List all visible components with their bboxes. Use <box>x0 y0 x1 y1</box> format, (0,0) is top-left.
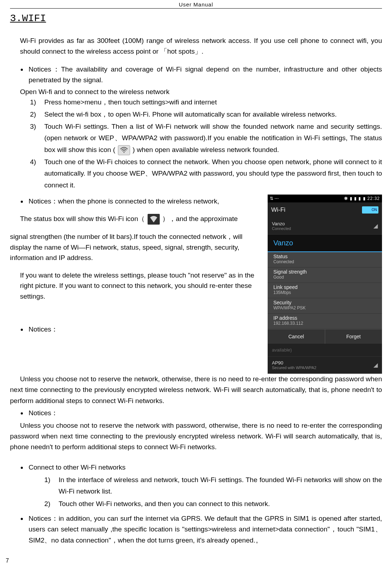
notice-4-label: Notices： <box>27 408 382 418</box>
wifi-item-ap90[interactable]: AP90 Secured with WPA/WPA2 ◢ <box>268 357 382 374</box>
step-4: 4)Touch one of the Wi-Fi choices to conn… <box>30 156 382 191</box>
wifi-signal-lock-icon: ◢ <box>373 362 378 368</box>
connect-step-1: 1)In the interface of wireless and netwo… <box>44 474 382 497</box>
connect-step-2: 2)Touch other Wi-Fi networks, and then y… <box>44 498 382 510</box>
dialog-row-status: StatusConnected <box>268 252 382 268</box>
notice-3-label: Notices： <box>27 324 262 335</box>
statusbar-left: ⇅ ⋯ <box>270 196 279 201</box>
status-detail-paragraph: signal strengthen (the number of lit bar… <box>10 231 262 263</box>
dialog-row-ip: IP address192.168.33.112 <box>268 314 382 329</box>
page-number: 7 <box>6 558 9 564</box>
open-wifi-heading: Open Wi-fi and to connect to the wireles… <box>20 88 382 96</box>
step-2: 2)Select the wi-fi box，to open Wi-Fi. Ph… <box>30 109 382 120</box>
dialog-forget-button[interactable]: Forget <box>325 329 382 344</box>
step-1: 1)Press home>menu，then touch settings>wi… <box>30 97 382 108</box>
notice-4-paragraph: Unless you choose not to reserve the net… <box>10 420 382 453</box>
notice-connected: Notices：when the phone is connected to t… <box>27 196 262 207</box>
notice-3-paragraph: Unless you choose not to reserve the net… <box>10 374 382 406</box>
wifi-item-name: Vanzo <box>272 221 285 226</box>
intro-paragraph: Wi-Fi provides as far as 300feet (100M) … <box>20 35 382 57</box>
wifi-screen-title: Wi-Fi <box>271 206 286 214</box>
dialog-row-signal: Signal strengthGood <box>268 268 382 283</box>
step-4-text: Touch one of the Wi-Fi choices to connec… <box>44 158 382 189</box>
statusbar-right: ✽ ▮ ▮ ▮ ▮ 22:32 <box>344 196 380 201</box>
notice-availability: Notices：The availability and coverage of… <box>27 64 382 86</box>
status-icon-line: The status box will show this Wi-Fi icon… <box>20 214 262 225</box>
step-3-text-b: ) when open available wireless network f… <box>133 146 279 153</box>
header-rule <box>10 8 382 9</box>
step-3: 3) Touch Wi-Fi settings. Then a list of … <box>30 121 382 156</box>
wifi-toggle[interactable]: ON <box>362 206 378 214</box>
wifi-item-sub: Connected <box>272 226 291 231</box>
dialog-cancel-button[interactable]: Cancel <box>268 329 325 344</box>
wifi-available-icon <box>118 145 130 155</box>
gprs-notice: Notices：in addition, you can surf the in… <box>27 513 382 546</box>
step-1-text: Press home>menu，then touch settings>wifi… <box>44 98 217 106</box>
wifi-item-name: AP90 <box>272 360 283 366</box>
wifi-signal-icon: ◢ <box>373 222 378 229</box>
svg-point-0 <box>123 152 124 153</box>
dialog-row-speed: Link speed135Mbps <box>268 283 382 298</box>
step-2-text: Select the wi-fi box，to open Wi-Fi. Phon… <box>44 111 337 118</box>
phone-actionbar: Wi-Fi ON <box>268 202 382 217</box>
dialog-row-security: SecurityWPA/WPA2 PSK <box>268 298 382 314</box>
section-title: 3.WIFI <box>10 13 382 24</box>
page-header: User Manual <box>10 0 382 8</box>
wifi-status-icon <box>148 214 160 225</box>
wifi-details-dialog: Vanzo StatusConnected Signal strengthGoo… <box>268 235 382 344</box>
dialog-title: Vanzo <box>268 235 382 252</box>
phone-screenshot: ⇅ ⋯ ✽ ▮ ▮ ▮ ▮ 22:32 Wi-Fi ON Vanzo Conne… <box>268 195 382 374</box>
wifi-item-vanzo[interactable]: Vanzo Connected ◢ <box>268 217 382 235</box>
wifi-item-sub: Secured with WPA/WPA2 <box>272 366 316 370</box>
phone-statusbar: ⇅ ⋯ ✽ ▮ ▮ ▮ ▮ 22:32 <box>268 195 382 202</box>
wifi-item-available: available) <box>268 344 382 357</box>
delete-settings-paragraph: If you want to delete the wireless setti… <box>20 270 262 301</box>
connect-other-heading: Connect to other Wi-Fi networks <box>27 462 382 473</box>
